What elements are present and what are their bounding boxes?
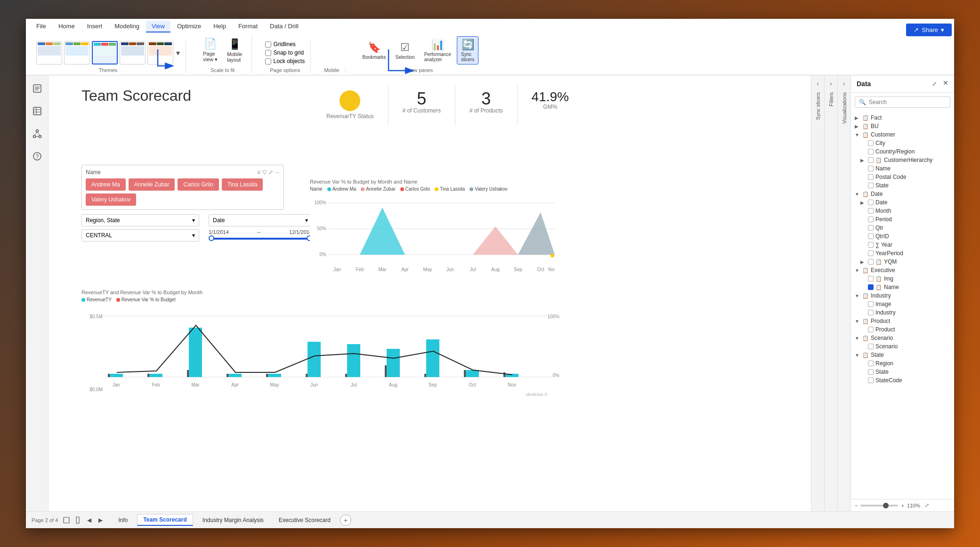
name-checkbox[interactable]: [868, 166, 874, 171]
tree-item-month[interactable]: Month: [857, 207, 954, 215]
gridlines-checkbox[interactable]: [265, 41, 271, 48]
sidebar-question-icon[interactable]: ?: [30, 149, 45, 164]
page-tab-info[interactable]: Info: [113, 515, 133, 525]
page-prev-btn[interactable]: ◀: [84, 515, 94, 525]
ribbon-tab-insert[interactable]: Insert: [81, 21, 108, 32]
gridlines-option[interactable]: Gridlines: [265, 41, 305, 48]
ribbon-tab-view[interactable]: View: [146, 21, 170, 32]
yearperiod-checkbox[interactable]: [868, 250, 874, 256]
tree-item-postal[interactable]: Postal Code: [857, 173, 954, 181]
tree-item-name[interactable]: Name: [857, 164, 954, 173]
ribbon-tab-format[interactable]: Format: [233, 21, 263, 32]
tree-item-industry-field[interactable]: Industry: [857, 308, 954, 317]
name-btn-annelie[interactable]: Annelie Zubar: [129, 178, 175, 191]
tree-item-customer[interactable]: ▼ 📋 Customer: [851, 130, 954, 139]
slicer-more-icon[interactable]: ···: [275, 169, 280, 176]
selection-btn[interactable]: ☑ Selection: [392, 40, 419, 62]
tree-item-fact[interactable]: ▶ 📋 Fact: [851, 113, 954, 122]
tree-item-executive[interactable]: ▼ 📋 Executive: [851, 266, 954, 274]
tree-item-product[interactable]: ▼ 📋 Product: [851, 317, 954, 325]
image-checkbox[interactable]: [868, 301, 874, 307]
slicer-expand-icon[interactable]: ⤢: [268, 169, 273, 176]
theme-btn-4[interactable]: [120, 41, 146, 64]
themes-more-btn[interactable]: ▾: [176, 48, 180, 57]
ribbon-tab-help[interactable]: Help: [208, 21, 232, 32]
ribbon-tab-modeling[interactable]: Modeling: [109, 21, 145, 32]
tree-item-state-field[interactable]: State: [857, 368, 954, 376]
data-panel-expand-btn[interactable]: ⤢: [930, 79, 939, 88]
state-field-checkbox[interactable]: [868, 369, 874, 375]
bookmarks-btn[interactable]: 🔖 Bookmarks: [359, 40, 390, 62]
tree-item-state[interactable]: ▼ 📋 State: [851, 351, 954, 359]
snap-option[interactable]: Snap to grid: [265, 49, 305, 56]
region-field-select[interactable]: Region, State ▾: [81, 214, 199, 226]
name-btn-tina[interactable]: Tina Lassila: [222, 178, 263, 191]
qtr-checkbox[interactable]: [868, 225, 874, 231]
date-slider[interactable]: [209, 238, 312, 240]
region-checkbox[interactable]: [868, 361, 874, 366]
sync-slicers-btn[interactable]: 🔄 Syncslicers: [457, 36, 478, 64]
tree-item-bu[interactable]: ▶ 📋 BU: [851, 122, 954, 130]
statecode-checkbox[interactable]: [868, 378, 874, 383]
zoom-slider[interactable]: [860, 505, 898, 507]
date-slider-left-thumb[interactable]: [209, 235, 214, 241]
ribbon-tab-data-drill[interactable]: Data / Drill: [264, 21, 304, 32]
tree-item-year[interactable]: ∑ Year: [857, 241, 954, 249]
ribbon-tab-file[interactable]: File: [31, 21, 52, 32]
tree-item-yqm[interactable]: ▶ 📋 YQM: [857, 257, 954, 266]
yqm-checkbox[interactable]: [868, 259, 874, 265]
period-checkbox[interactable]: [868, 217, 874, 222]
month-checkbox[interactable]: [868, 208, 874, 214]
lock-checkbox[interactable]: [265, 58, 271, 64]
page-next-btn[interactable]: ▶: [96, 515, 105, 525]
name-btn-valery[interactable]: Valery Ushakov: [86, 193, 136, 206]
page-tab-team-scorecard[interactable]: Team Scorecard: [137, 514, 193, 526]
postal-checkbox[interactable]: [868, 174, 874, 180]
country-checkbox[interactable]: [868, 149, 874, 154]
tree-item-exec-name[interactable]: 📋 Name: [857, 283, 954, 291]
zoom-fit-icon[interactable]: ⤢: [925, 502, 929, 508]
region-value-select[interactable]: CENTRAL ▾: [81, 229, 199, 241]
qtrid-checkbox[interactable]: [868, 233, 874, 239]
hierarchy-checkbox[interactable]: [868, 157, 874, 163]
page-nav-device[interactable]: [62, 515, 71, 525]
tree-item-country[interactable]: Country/Region: [857, 147, 954, 156]
tree-item-yearperiod[interactable]: YearPeriod: [857, 249, 954, 257]
tree-item-scenario-field[interactable]: Scenario: [857, 342, 954, 351]
city-checkbox[interactable]: [868, 140, 874, 146]
name-btn-carlos[interactable]: Carlos Grilo: [178, 178, 219, 191]
scenario-field-checkbox[interactable]: [868, 344, 874, 349]
state-customer-checkbox[interactable]: [868, 183, 874, 188]
theme-btn-3[interactable]: [92, 41, 118, 64]
filters-collapse-btn[interactable]: ‹: [826, 79, 836, 88]
product-field-checkbox[interactable]: [868, 327, 874, 332]
tree-item-region[interactable]: Region: [857, 359, 954, 368]
mobile-layout-btn[interactable]: 📱 Mobilelayout: [223, 36, 246, 64]
sidebar-table-icon[interactable]: [30, 104, 45, 119]
tree-item-product-field[interactable]: Product: [857, 325, 954, 334]
tree-item-scenario[interactable]: ▼ 📋 Scenario: [851, 334, 954, 342]
lock-option[interactable]: Lock objects: [265, 58, 305, 64]
snap-checkbox[interactable]: [265, 50, 271, 56]
ribbon-tab-home[interactable]: Home: [53, 21, 81, 32]
year-checkbox[interactable]: [868, 242, 874, 248]
viz-collapse-btn[interactable]: ‹: [840, 79, 849, 88]
tree-item-state-customer[interactable]: State: [857, 181, 954, 190]
theme-btn-5[interactable]: [147, 41, 173, 64]
exec-name-checkbox[interactable]: [868, 284, 874, 290]
page-tab-industry[interactable]: Industry Margin Analysis: [197, 515, 269, 525]
data-search-input[interactable]: [869, 99, 946, 105]
slicer-filter-icon[interactable]: ▽: [262, 169, 267, 176]
tree-item-qtrid[interactable]: QtrID: [857, 232, 954, 241]
tree-item-statecode[interactable]: StateCode: [857, 376, 954, 385]
sidebar-model-icon[interactable]: [30, 126, 45, 141]
page-tab-executive[interactable]: Executive Scorecard: [273, 515, 336, 525]
date-field-checkbox[interactable]: [868, 200, 874, 205]
industry-field-checkbox[interactable]: [868, 310, 874, 315]
tree-item-qtr[interactable]: Qtr: [857, 224, 954, 232]
slicer-menu-icon[interactable]: ≡: [257, 169, 260, 176]
theme-btn-2[interactable]: [64, 41, 90, 64]
theme-btn-1[interactable]: [36, 41, 62, 64]
page-view-btn[interactable]: 📄 Pageview ▾: [199, 36, 221, 64]
tree-item-image[interactable]: Image: [857, 300, 954, 308]
